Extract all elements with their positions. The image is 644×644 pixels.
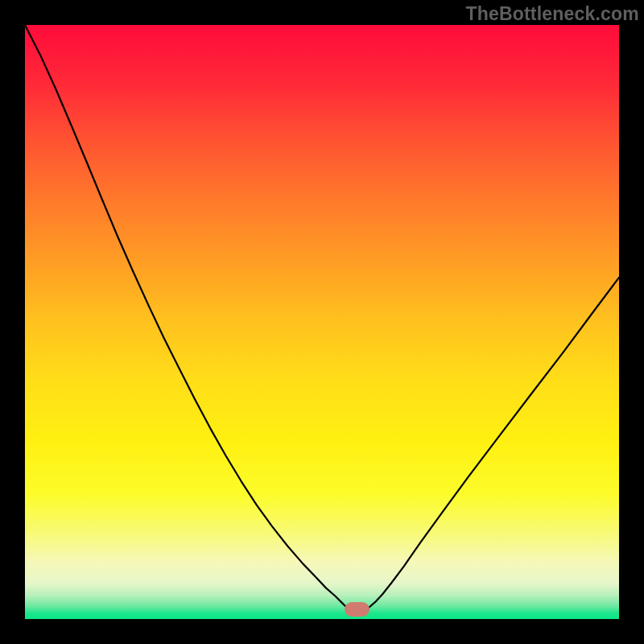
plot-area [25, 25, 619, 619]
optimum-marker [345, 602, 369, 617]
watermark-text: TheBottleneck.com [465, 3, 639, 25]
bottleneck-curve [25, 25, 619, 619]
chart-frame: TheBottleneck.com [0, 0, 644, 644]
